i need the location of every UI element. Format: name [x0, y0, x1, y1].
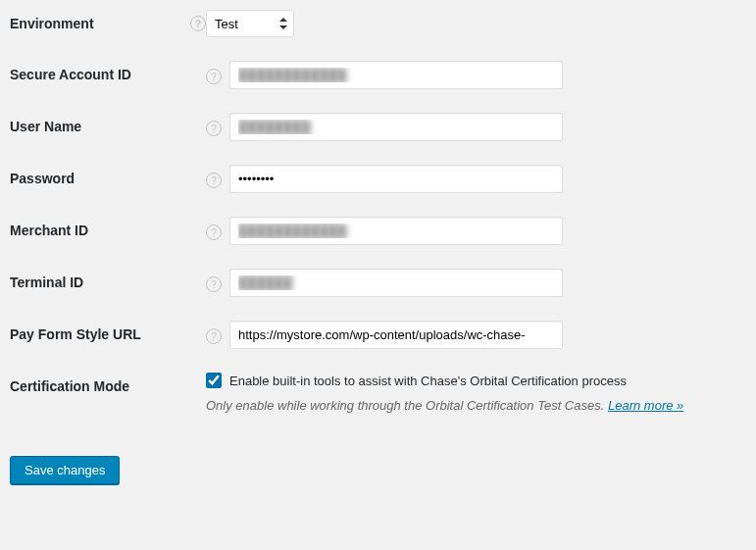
help-icon[interactable]: ?: [206, 121, 222, 136]
description-text: Only enable while working through the Or…: [206, 398, 604, 413]
save-button[interactable]: Save changes: [10, 456, 120, 484]
pay-form-style-url-input[interactable]: [229, 321, 563, 349]
terminal-id-row: Terminal ID ?: [10, 269, 746, 297]
environment-label: Environment ?: [10, 10, 206, 31]
secure-account-id-input[interactable]: [229, 61, 563, 89]
pay-form-style-url-label: Pay Form Style URL: [10, 321, 206, 342]
certification-description: Only enable while working through the Or…: [206, 398, 683, 413]
user-name-row: User Name ?: [10, 113, 746, 141]
secure-account-id-field: ?: [206, 61, 746, 89]
terminal-id-label: Terminal ID: [10, 269, 206, 290]
label-text: Certification Mode: [10, 378, 206, 394]
certification-mode-checkbox[interactable]: [206, 373, 222, 388]
password-field: ?: [206, 165, 746, 193]
environment-select[interactable]: Test: [206, 10, 294, 37]
merchant-id-label: Merchant ID: [10, 217, 206, 238]
help-icon[interactable]: ?: [206, 225, 222, 240]
certification-mode-field: Enable built-in tools to assist with Cha…: [206, 373, 746, 413]
pay-form-style-url-field: ?: [206, 321, 746, 349]
help-icon[interactable]: ?: [206, 328, 222, 344]
help-icon[interactable]: ?: [206, 276, 222, 292]
label-text: User Name: [10, 119, 206, 134]
environment-field: Test: [206, 10, 746, 37]
checkbox-container: Enable built-in tools to assist with Cha…: [206, 373, 683, 413]
user-name-field: ?: [206, 113, 746, 141]
user-name-label: User Name: [10, 113, 206, 134]
pay-form-style-url-row: Pay Form Style URL ?: [10, 321, 746, 349]
help-icon[interactable]: ?: [190, 16, 206, 31]
merchant-id-input[interactable]: [229, 217, 563, 245]
help-icon[interactable]: ?: [206, 69, 222, 84]
secure-account-id-label: Secure Account ID: [10, 61, 206, 82]
label-text: Pay Form Style URL: [10, 326, 206, 342]
label-text: Password: [10, 171, 206, 186]
environment-row: Environment ? Test: [10, 10, 746, 37]
certification-mode-row: Certification Mode Enable built-in tools…: [10, 373, 746, 413]
secure-account-id-row: Secure Account ID ?: [10, 61, 746, 89]
label-text: Terminal ID: [10, 275, 206, 290]
label-text: Merchant ID: [10, 223, 206, 238]
help-icon[interactable]: ?: [206, 173, 222, 188]
certification-mode-label: Certification Mode: [10, 373, 206, 394]
merchant-id-row: Merchant ID ?: [10, 217, 746, 245]
label-text: Secure Account ID: [10, 67, 206, 82]
terminal-id-field: ?: [206, 269, 746, 297]
checkbox-label-text: Enable built-in tools to assist with Cha…: [229, 374, 627, 388]
label-text: Environment: [10, 16, 182, 31]
password-input[interactable]: [229, 165, 563, 193]
settings-form: Environment ? Test Secure Account ID ? U…: [10, 10, 746, 413]
checkbox-wrap: Enable built-in tools to assist with Cha…: [206, 373, 683, 388]
password-label: Password: [10, 165, 206, 186]
terminal-id-input[interactable]: [229, 269, 563, 297]
learn-more-link[interactable]: Learn more »: [608, 398, 683, 413]
merchant-id-field: ?: [206, 217, 746, 245]
password-row: Password ?: [10, 165, 746, 193]
user-name-input[interactable]: [229, 113, 563, 141]
